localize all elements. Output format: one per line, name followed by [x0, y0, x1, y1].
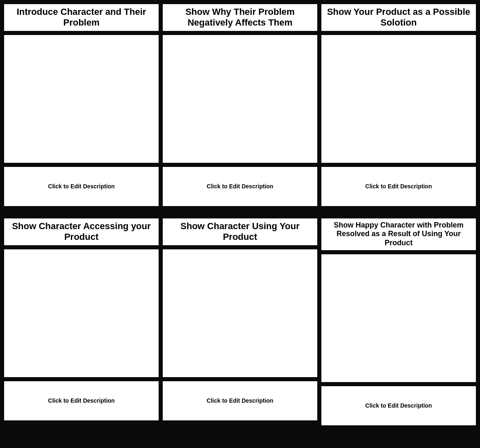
cell-description-2-1[interactable]: Click to Edit Description: [4, 381, 159, 420]
cell-description-2-2[interactable]: Click to Edit Description: [163, 381, 317, 420]
cell-image-1-2: [163, 35, 317, 163]
cell-image-2-3: [321, 254, 476, 382]
cell-title-1-1: Introduce Character and Their Problem: [4, 4, 159, 31]
cell-title-2-1: Show Character Accessing your Product: [4, 218, 159, 245]
cell-row1-col1: Introduce Character and Their Problem Cl…: [4, 4, 159, 206]
cell-title-1-2: Show Why Their Problem Negatively Affect…: [163, 4, 317, 31]
cell-row2-col2: Show Character Using Your Product Click …: [163, 218, 317, 425]
cell-title-2-3: Show Happy Character with Problem Resolv…: [321, 218, 476, 250]
cell-row1-col2: Show Why Their Problem Negatively Affect…: [163, 4, 317, 206]
cell-row2-col1: Show Character Accessing your Product Cl…: [4, 218, 159, 425]
cell-title-2-2: Show Character Using Your Product: [163, 218, 317, 245]
cell-image-2-2: [163, 249, 317, 377]
cell-image-2-1: [4, 249, 159, 377]
cell-image-1-3: [321, 35, 476, 163]
storyboard-grid: Introduce Character and Their Problem Cl…: [4, 4, 476, 425]
cell-description-1-3[interactable]: Click to Edit Description: [321, 167, 476, 206]
cell-description-1-1[interactable]: Click to Edit Description: [4, 167, 159, 206]
cell-description-1-2[interactable]: Click to Edit Description: [163, 167, 317, 206]
row-gap: [4, 210, 476, 214]
cell-row2-col3: Show Happy Character with Problem Resolv…: [321, 218, 476, 425]
cell-description-2-3[interactable]: Click to Edit Description: [321, 386, 476, 425]
cell-row1-col3: Show Your Product as a Possible Solotion…: [321, 4, 476, 206]
cell-title-1-3: Show Your Product as a Possible Solotion: [321, 4, 476, 31]
cell-image-1-1: [4, 35, 159, 163]
